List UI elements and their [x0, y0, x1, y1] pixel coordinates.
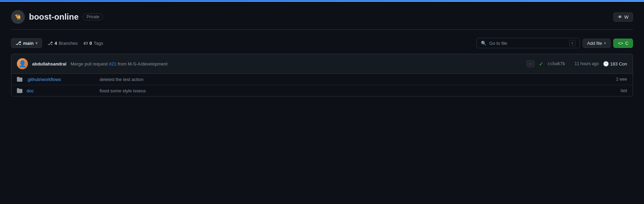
- commit-message: Merge pull request #21 from M-S-A/develo…: [71, 61, 523, 67]
- commit-pr-link[interactable]: #21: [109, 61, 117, 67]
- commit-history-count: 183 Con: [610, 61, 627, 67]
- table-row: .github/workflows deleted the test actio…: [11, 74, 633, 85]
- add-file-label: Add file: [587, 41, 602, 46]
- add-file-button[interactable]: Add file ▾: [583, 39, 611, 48]
- file-commit-message: fixed some style isseus: [100, 88, 595, 93]
- repo-avatar: 🐪: [11, 10, 25, 24]
- code-label: C: [625, 41, 628, 46]
- commit-ellipsis-button[interactable]: ···: [526, 60, 535, 67]
- commit-message-prefix: Merge pull request: [71, 61, 109, 67]
- commit-hash[interactable]: ccba67b: [547, 61, 565, 66]
- svg-text:🐪: 🐪: [15, 14, 21, 20]
- tags-count: 0: [90, 41, 92, 46]
- file-name-link[interactable]: .github/workflows: [27, 77, 95, 82]
- folder-icon: [17, 88, 22, 93]
- file-commit-message: deleted the test action: [100, 77, 595, 82]
- branches-count: 4: [54, 41, 57, 46]
- tags-label: Tags: [94, 41, 103, 46]
- table-row: doc fixed some style isseus last: [11, 85, 633, 96]
- branches-link[interactable]: ⎇ 4 Branches: [48, 41, 78, 46]
- file-time: last: [600, 88, 627, 93]
- eye-icon: 👁: [618, 14, 622, 20]
- search-icon: 🔍: [481, 41, 486, 46]
- commit-author-name[interactable]: abdullahsandral: [32, 61, 67, 67]
- file-name-link[interactable]: doc: [27, 88, 95, 93]
- branch-icon: ⎇: [16, 40, 21, 46]
- folder-icon: [17, 76, 22, 82]
- latest-commit-row: 👤 abdullahsandral Merge pull request #21…: [11, 54, 633, 74]
- watch-button[interactable]: 👁 W: [613, 12, 633, 22]
- branches-label: Branches: [59, 41, 78, 46]
- code-button[interactable]: <> C: [613, 39, 633, 48]
- chevron-down-icon: ▾: [36, 41, 38, 45]
- file-table: 👤 abdullahsandral Merge pull request #21…: [11, 54, 633, 96]
- search-placeholder: Go to file: [489, 41, 507, 46]
- history-clock-icon: 🕐: [603, 61, 609, 67]
- branch-fork-icon: ⎇: [48, 41, 53, 46]
- branch-name: main: [23, 41, 33, 46]
- commit-history-link[interactable]: 🕐 183 Con: [603, 61, 627, 67]
- branch-selector[interactable]: ⎇ main ▾: [11, 38, 42, 48]
- commit-separator: ·: [569, 61, 571, 67]
- go-to-file-search[interactable]: 🔍 Go to file t: [476, 38, 580, 48]
- tag-icon: 🏷: [83, 41, 88, 46]
- watch-label: W: [624, 14, 628, 20]
- commit-author-avatar[interactable]: 👤: [17, 58, 28, 69]
- code-icon: <>: [618, 41, 623, 46]
- file-time: 2 wee: [600, 77, 627, 82]
- visibility-badge: Private: [83, 13, 103, 20]
- commit-check-icon: ✓: [539, 61, 543, 67]
- chevron-down-icon: ▾: [604, 41, 606, 45]
- search-shortcut-key: t: [569, 40, 575, 46]
- commit-message-suffix: from M-S-A/development: [117, 61, 168, 67]
- repo-name[interactable]: boost-online: [29, 12, 79, 22]
- commit-time: 11 hours ago: [575, 61, 599, 66]
- tags-link[interactable]: 🏷 0 Tags: [83, 41, 103, 46]
